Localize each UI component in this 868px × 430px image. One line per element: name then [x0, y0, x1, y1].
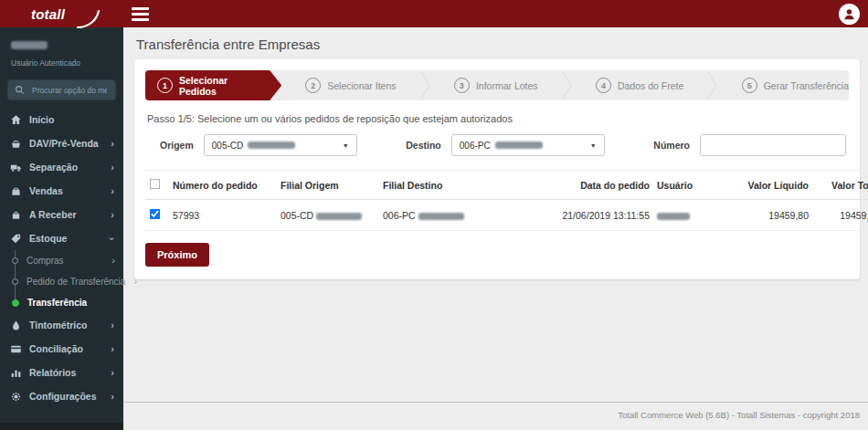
logo-text: totall	[31, 6, 65, 22]
wizard-step-informar-lotes[interactable]: 3 Informar Lotes	[430, 70, 538, 100]
redacted-text	[418, 213, 464, 220]
numero-field-group: Número	[653, 134, 846, 156]
sidebar-item-compras[interactable]: Compras ›	[0, 250, 123, 271]
bar-chart-icon	[9, 367, 22, 379]
sidebar-item-label: Conciliação	[29, 343, 83, 354]
sidebar-item-estoque[interactable]: Estoque ›	[0, 226, 123, 250]
table-row[interactable]: 57993 005-CD 006-PC 21/06/2019 13:11:55 …	[145, 200, 868, 231]
destino-field-group: Destino 006-PC ▼	[406, 134, 605, 156]
cell-valor-liquido: 19459,80	[721, 200, 812, 231]
sidebar-item-label: Relatórios	[29, 367, 76, 378]
gears-icon	[9, 391, 22, 403]
user-name-redacted	[11, 41, 48, 49]
sidebar-item-conciliacao[interactable]: Conciliação ›	[0, 337, 123, 361]
transfer-wizard-card: 1 Selecionar Pedidos 2 Selecionar Itens …	[134, 59, 860, 279]
select-all-checkbox[interactable]	[150, 179, 161, 190]
origem-select[interactable]: 005-CD ▼	[204, 134, 357, 156]
page-title: Transferência entre Empresas	[136, 37, 868, 52]
logo-swoosh-icon	[77, 9, 101, 30]
numero-input[interactable]	[700, 134, 846, 156]
sidebar-item-vendas[interactable]: Vendas ›	[0, 179, 123, 203]
wizard-step-gerar-transferencia[interactable]: 5 Gerar Transferência	[718, 70, 849, 100]
basket-icon	[9, 138, 22, 150]
wizard-step-dados-do-frete[interactable]: 4 Dados do Frete	[572, 70, 683, 100]
col-filial-origem: Filial Origem	[277, 171, 379, 200]
menu-search-input[interactable]	[30, 85, 109, 96]
sidebar-item-a-receber[interactable]: A Receber ›	[0, 203, 123, 226]
col-numero-pedido: Número do pedido	[169, 171, 277, 200]
row-checkbox[interactable]	[150, 209, 161, 220]
step-separator	[707, 70, 717, 100]
step-label: Selecionar Itens	[327, 80, 396, 91]
redacted-text	[248, 142, 295, 149]
estoque-submenu: Compras › Pedido de Transferência › Tran…	[0, 250, 123, 313]
next-button[interactable]: Próximo	[145, 243, 209, 267]
app-window: totall Usuário Autenticado	[0, 0, 868, 430]
step-label: Informar Lotes	[476, 80, 538, 91]
user-avatar-button[interactable]	[839, 4, 860, 25]
step-number-badge: 1	[157, 78, 173, 93]
step-label: Selecionar Pedidos	[179, 75, 261, 97]
sidebar-item-dav-pre-venda[interactable]: DAV/Pré-Venda ›	[0, 131, 123, 155]
sidebar-item-relatorios[interactable]: Relatórios ›	[0, 361, 123, 384]
redacted-text	[495, 142, 543, 149]
sidebar-item-transferencia[interactable]: Transferência	[0, 292, 123, 313]
col-filial-destino: Filial Destino	[379, 171, 545, 200]
numero-label: Número	[653, 140, 690, 151]
step-number-badge: 3	[454, 78, 470, 93]
sidebar-item-tintometrico[interactable]: Tintométrico ›	[0, 313, 123, 337]
redacted-text	[657, 213, 690, 220]
tree-bullet-icon	[12, 257, 18, 264]
sidebar-item-pedido-de-transferencia[interactable]: Pedido de Transferência ›	[0, 271, 123, 292]
chevron-right-icon: ›	[111, 392, 114, 402]
sidebar-item-separacao[interactable]: Separação ›	[0, 155, 123, 179]
select-caret-icon: ▼	[590, 142, 597, 149]
cell-filial-origem: 005-CD	[277, 200, 379, 231]
chevron-right-icon: ›	[111, 163, 114, 173]
step-separator	[562, 70, 572, 100]
step-label: Gerar Transferência	[764, 80, 849, 91]
cell-filial-destino: 006-PC	[379, 200, 545, 231]
wizard-step-selecionar-pedidos[interactable]: 1 Selecionar Pedidos	[145, 70, 281, 100]
active-dot-icon	[12, 299, 19, 307]
cell-usuario	[653, 200, 721, 231]
sidebar-item-label: Transferência	[27, 298, 87, 308]
bag-icon	[9, 185, 22, 197]
sidebar-item-configuracoes[interactable]: Configurações ›	[0, 384, 123, 408]
col-usuario: Usuário	[653, 171, 721, 200]
chevron-right-icon: ›	[111, 256, 115, 266]
sidebar: Usuário Autenticado Início	[0, 27, 123, 430]
chevron-down-icon: ›	[108, 236, 118, 240]
footer-text: Totall Commerce Web (5.6B) - Totall Sist…	[618, 410, 860, 420]
sidebar-item-label: Configurações	[29, 391, 97, 402]
sidebar-item-label: Vendas	[29, 185, 63, 196]
footer: Totall Commerce Web (5.6B) - Totall Sist…	[123, 402, 868, 430]
col-valor-liquido: Valor Líquido	[721, 171, 812, 200]
destino-value: 006-PC	[460, 141, 491, 151]
credit-card-icon	[9, 343, 22, 355]
sidebar-item-label: Compras	[26, 256, 64, 266]
origem-value: 005-CD	[212, 141, 243, 151]
hamburger-menu-icon[interactable]	[128, 4, 153, 25]
menu-search-box[interactable]	[7, 79, 116, 100]
sidebar-item-label: Pedido de Transferência	[26, 277, 125, 287]
chevron-right-icon: ›	[111, 344, 114, 354]
chevron-right-icon: ›	[111, 186, 114, 196]
step-number-badge: 4	[596, 78, 611, 93]
user-auth-status: Usuário Autenticado	[11, 58, 112, 68]
step-label: Dados do Frete	[618, 80, 683, 91]
sidebar-item-label: Início	[29, 114, 54, 125]
sidebar-item-inicio[interactable]: Início	[0, 108, 123, 131]
wizard-step-selecionar-itens[interactable]: 2 Selecionar Itens	[281, 70, 396, 100]
redacted-text	[316, 213, 362, 220]
droplet-icon	[9, 320, 22, 331]
sidebar-item-label: Tintométrico	[29, 320, 87, 330]
sidebar-user-block: Usuário Autenticado	[0, 27, 123, 71]
select-caret-icon: ▼	[343, 142, 349, 149]
main-content: Transferência entre Empresas 1 Seleciona…	[123, 27, 868, 430]
destino-select[interactable]: 006-PC ▼	[451, 134, 605, 156]
origem-label: Origem	[160, 140, 194, 151]
chevron-right-icon: ›	[111, 368, 114, 378]
tags-icon	[9, 233, 22, 245]
step-number-badge: 5	[742, 78, 757, 93]
